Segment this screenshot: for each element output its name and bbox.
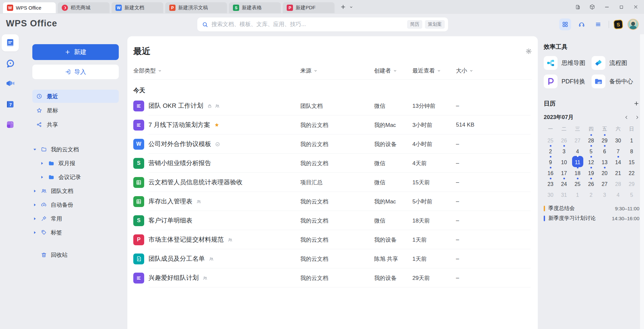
calendar-day[interactable]: 26 bbox=[584, 177, 598, 188]
calendar-day[interactable]: 31 bbox=[557, 188, 571, 199]
calendar-day[interactable]: 29 bbox=[625, 177, 638, 188]
calendar-day[interactable]: 28 bbox=[611, 177, 625, 188]
calendar-day[interactable]: 16 bbox=[544, 166, 557, 177]
calendar-day[interactable]: 23 bbox=[544, 177, 557, 188]
calendar-day[interactable]: 1 bbox=[625, 134, 638, 144]
calendar-day[interactable]: 1 bbox=[571, 188, 584, 199]
calendar-day[interactable]: 26 bbox=[557, 134, 571, 144]
rail-doc-button[interactable] bbox=[2, 34, 19, 51]
calendar-day[interactable]: 15 bbox=[625, 155, 638, 166]
calendar-day[interactable]: 25 bbox=[544, 134, 557, 144]
search-tag[interactable]: 简历 bbox=[407, 20, 422, 29]
tree-item-folder[interactable]: 我的云文档 bbox=[32, 142, 119, 156]
file-row[interactable]: S 客户订单明细表 我的云文档 微信 18天前 – bbox=[133, 211, 532, 230]
calendar-day[interactable]: 6 bbox=[598, 144, 611, 155]
calendar-day[interactable]: 19 bbox=[584, 166, 598, 177]
caret-right-icon[interactable] bbox=[40, 162, 44, 165]
scrollbar-track[interactable] bbox=[640, 34, 644, 329]
import-button[interactable]: 导入 bbox=[32, 65, 119, 79]
caret-down-icon[interactable] bbox=[32, 148, 37, 151]
calendar-day[interactable]: 13 bbox=[598, 155, 611, 166]
rail-calendar-button[interactable]: 7 bbox=[2, 96, 19, 113]
rail-meeting-button[interactable] bbox=[2, 75, 19, 92]
calendar-event[interactable]: 季度总结会9:30–11:00 bbox=[544, 203, 639, 213]
filter-dropdown-4[interactable]: 最近查看 bbox=[412, 67, 456, 75]
calendar-day[interactable]: 30 bbox=[611, 134, 625, 144]
filter-dropdown-3[interactable]: 创建者 bbox=[374, 67, 412, 75]
calendar-day[interactable]: 5 bbox=[625, 188, 638, 199]
file-row[interactable]: 兴趣爱好组队计划 我的云文档 我的设备 29天前 – bbox=[133, 268, 532, 287]
calendar-day[interactable]: 7 bbox=[611, 144, 625, 155]
file-row[interactable]: 库存出入管理表 我的云文档 我的Mac 5小时前 – bbox=[133, 192, 532, 211]
support-headset-button[interactable] bbox=[576, 18, 588, 30]
user-avatar[interactable] bbox=[628, 19, 639, 30]
calendar-day[interactable]: 14 bbox=[611, 155, 625, 166]
main-menu-button[interactable] bbox=[592, 18, 604, 30]
calendar-day[interactable]: 17 bbox=[557, 166, 571, 177]
new-document-button[interactable]: 新建 bbox=[32, 44, 119, 60]
minimize-button[interactable] bbox=[601, 2, 612, 12]
calendar-day-selected[interactable]: 11 bbox=[571, 155, 584, 166]
add-event-button[interactable] bbox=[633, 101, 639, 106]
calendar-day[interactable]: 5 bbox=[584, 144, 598, 155]
tree-item-tag[interactable]: 标签 bbox=[32, 225, 119, 239]
filter-dropdown-1[interactable]: 全部类型 bbox=[133, 67, 162, 75]
calendar-day[interactable]: 9 bbox=[544, 155, 557, 166]
calendar-day[interactable]: 22 bbox=[625, 166, 638, 177]
tree-item-cloud-backup[interactable]: 自动备份 bbox=[32, 198, 119, 212]
membership-badge[interactable]: S bbox=[613, 19, 623, 29]
tool-mindmap[interactable]: 思维导图 bbox=[544, 56, 592, 70]
caret-right-icon[interactable] bbox=[32, 231, 37, 234]
file-row[interactable]: W 公司对外合作协议模板 我的云文档 我的设备 4小时前 – bbox=[133, 135, 532, 154]
tab-presentation[interactable]: P新建演示文稿 bbox=[165, 2, 227, 13]
calendar-day[interactable]: 24 bbox=[557, 177, 571, 188]
file-row[interactable]: 云文档管人员信息统计表理器验收 项目汇总 微信 15天前 – bbox=[133, 173, 532, 192]
tool-flowchart[interactable]: 流程图 bbox=[592, 56, 639, 70]
calendar-day[interactable]: 3 bbox=[598, 188, 611, 199]
calendar-day[interactable]: 4 bbox=[571, 144, 584, 155]
filter-dropdown-2[interactable]: 来源 bbox=[300, 67, 374, 75]
new-tab-button[interactable] bbox=[340, 4, 346, 10]
calendar-day[interactable]: 30 bbox=[544, 188, 557, 199]
caret-right-icon[interactable] bbox=[32, 217, 37, 221]
filter-dropdown-5[interactable]: 大小 bbox=[456, 67, 532, 75]
tab-wps-logo[interactable]: WWPS Office bbox=[3, 2, 56, 13]
tab-menu-button[interactable] bbox=[349, 5, 353, 9]
file-row[interactable]: P 市场主体登记提交材料规范 我的云文档 我的设备 1天前 – bbox=[133, 230, 532, 249]
search-input[interactable] bbox=[211, 21, 404, 28]
apps-grid-button[interactable] bbox=[559, 18, 571, 30]
caret-right-icon[interactable] bbox=[40, 175, 44, 179]
tab-pdf[interactable]: P新建PDF bbox=[283, 2, 335, 13]
calendar-day[interactable]: 8 bbox=[625, 144, 638, 155]
calendar-day[interactable]: 10 bbox=[557, 155, 571, 166]
maximize-button[interactable] bbox=[616, 2, 627, 12]
rail-chat-button[interactable] bbox=[2, 55, 19, 72]
sidebar-item-trash[interactable]: 回收站 bbox=[32, 248, 119, 262]
rail-apps-button[interactable] bbox=[2, 116, 19, 133]
tool-backup[interactable]: 备份中心 bbox=[592, 75, 639, 88]
calendar-day[interactable]: 21 bbox=[611, 166, 625, 177]
list-settings-button[interactable] bbox=[526, 48, 532, 54]
tree-item-team[interactable]: 团队文档 bbox=[32, 184, 119, 198]
calendar-day[interactable]: 27 bbox=[571, 134, 584, 144]
sidebar-item-star[interactable]: 星标 bbox=[32, 104, 119, 117]
calendar-day[interactable]: 28 bbox=[584, 134, 598, 144]
calendar-day[interactable]: 20 bbox=[598, 166, 611, 177]
calendar-day[interactable]: 29 bbox=[598, 134, 611, 144]
tree-item-pin[interactable]: 常用 bbox=[32, 212, 119, 225]
file-row[interactable]: 7 月线下活动策划方案 我的云文档 我的Mac 3小时前 514 KB bbox=[133, 115, 532, 135]
workspace-button[interactable] bbox=[587, 2, 598, 12]
tool-pdf-convert[interactable]: PDF转换 bbox=[544, 75, 592, 88]
caret-right-icon[interactable] bbox=[32, 203, 37, 207]
calendar-day[interactable]: 4 bbox=[611, 188, 625, 199]
close-button[interactable] bbox=[630, 2, 641, 12]
file-row[interactable]: S 营销小组业绩分析报告 我的云文档 微信 4天前 – bbox=[133, 154, 532, 173]
devices-button[interactable] bbox=[572, 2, 583, 12]
tab-spreadsheet[interactable]: S新建表格 bbox=[229, 2, 281, 13]
tab-docer[interactable]: 稻壳商城 bbox=[58, 2, 110, 13]
calendar-day[interactable]: 18 bbox=[571, 166, 584, 177]
calendar-day[interactable]: 2 bbox=[544, 144, 557, 155]
calendar-day[interactable]: 12 bbox=[584, 155, 598, 166]
tree-child-item[interactable]: 会议记录 bbox=[32, 170, 119, 184]
caret-right-icon[interactable] bbox=[32, 189, 37, 193]
